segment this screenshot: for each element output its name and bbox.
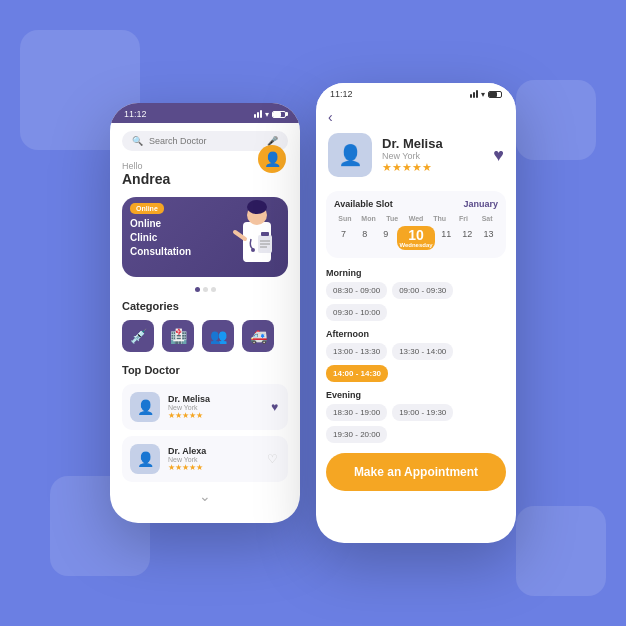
morning-slot-1[interactable]: 08:30 - 09:00	[326, 282, 387, 299]
alexa-stars: ★★★★★	[168, 463, 280, 472]
wifi-icon: ▾	[265, 110, 269, 119]
battery-fill	[273, 112, 281, 117]
cal-day-12[interactable]: 12	[458, 226, 477, 250]
search-icon: 🔍	[132, 136, 143, 146]
evening-slots: 18:30 - 19:00 19:00 - 19:30 19:30 - 20:0…	[326, 404, 506, 443]
evening-slot-3[interactable]: 19:30 - 20:00	[326, 426, 387, 443]
day-header-sun: Sun	[334, 215, 356, 222]
morning-category: Morning 08:30 - 09:00 09:00 - 09:30 09:3…	[326, 268, 506, 321]
right-battery-fill	[489, 92, 497, 97]
alexa-location: New York	[168, 456, 280, 463]
bg-decoration-4	[516, 506, 606, 596]
make-appointment-button[interactable]: Make an Appointment	[326, 453, 506, 491]
phones-container: 11:12 ▾ 🔍 🎤 Hello Andr	[110, 83, 516, 543]
category-item-2[interactable]: 🏥	[162, 320, 194, 352]
category-item-4[interactable]: 🚑	[242, 320, 274, 352]
banner-tag: Online	[130, 203, 164, 214]
time-section: Morning 08:30 - 09:00 09:00 - 09:30 09:3…	[316, 268, 516, 443]
day-header-fri: Fri	[453, 215, 475, 222]
svg-point-2	[247, 200, 267, 214]
morning-slot-3[interactable]: 09:30 - 10:00	[326, 304, 387, 321]
evening-slot-2[interactable]: 19:00 - 19:30	[392, 404, 453, 421]
cal-day-11[interactable]: 11	[437, 226, 456, 250]
left-phone: 11:12 ▾ 🔍 🎤 Hello Andr	[110, 103, 300, 523]
evening-slot-1[interactable]: 18:30 - 19:00	[326, 404, 387, 421]
evening-category: Evening 18:30 - 19:00 19:00 - 19:30 19:3…	[326, 390, 506, 443]
signal-bar-2	[257, 112, 259, 118]
right-signal-bar-1	[470, 94, 472, 98]
banner-title-line1: Online	[130, 217, 191, 231]
banner-dot-2	[203, 287, 208, 292]
doctor-card-melisa[interactable]: 👤 Dr. Melisa New York ★★★★★ ♥	[122, 384, 288, 430]
right-signal-icon	[470, 90, 478, 98]
melisa-info: Dr. Melisa New York ★★★★★	[168, 394, 280, 420]
available-slot-label: Available Slot	[334, 199, 393, 209]
left-status-icons: ▾	[254, 110, 286, 119]
banner-dots	[122, 287, 288, 292]
melisa-location: New York	[168, 404, 280, 411]
afternoon-slot-1[interactable]: 13:00 - 13:30	[326, 343, 387, 360]
syringe-icon: 💉	[122, 320, 154, 352]
hospital-icon: 🏥	[162, 320, 194, 352]
bg-decoration-3	[516, 80, 596, 160]
categories-title: Categories	[122, 300, 288, 312]
cal-day-13[interactable]: 13	[479, 226, 498, 250]
calendar-section: Available Slot January Sun Mon Tue Wed T…	[326, 191, 506, 258]
banner-dot-1	[195, 287, 200, 292]
signal-bar-1	[254, 114, 256, 118]
day-header-mon: Mon	[358, 215, 380, 222]
greeting-name: Andrea	[122, 171, 288, 187]
svg-rect-6	[261, 232, 269, 236]
melisa-name: Dr. Melisa	[168, 394, 280, 404]
right-signal-bar-2	[473, 92, 475, 98]
categories-list: 💉 🏥 👥 🚑	[122, 320, 288, 352]
ambulance-icon: 🚑	[242, 320, 274, 352]
group-icon: 👥	[202, 320, 234, 352]
signal-bar-3	[260, 110, 262, 118]
morning-slot-2[interactable]: 09:00 - 09:30	[392, 282, 453, 299]
doctor-card-alexa[interactable]: 👤 Dr. Alexa New York ★★★★★ ♡	[122, 436, 288, 482]
cal-day-9[interactable]: 9	[376, 226, 395, 250]
cal-day-7[interactable]: 7	[334, 226, 353, 250]
melisa-heart[interactable]: ♥	[271, 400, 278, 414]
category-item-1[interactable]: 💉	[122, 320, 154, 352]
day-header-thu: Thu	[429, 215, 451, 222]
category-item-3[interactable]: 👥	[202, 320, 234, 352]
banner-dot-3	[211, 287, 216, 292]
signal-icon	[254, 110, 262, 118]
cal-day-10-num: 10	[399, 228, 432, 242]
right-time: 11:12	[330, 89, 353, 99]
svg-point-4	[251, 248, 255, 252]
back-button[interactable]: ‹	[316, 103, 516, 127]
profile-stars: ★★★★★	[382, 161, 483, 174]
banner: Online Online Clinic Consultation	[122, 197, 288, 277]
right-status-bar: 11:12 ▾	[316, 83, 516, 103]
melisa-stars: ★★★★★	[168, 411, 280, 420]
user-avatar[interactable]	[258, 145, 286, 173]
search-input[interactable]	[149, 136, 261, 146]
doctor-illustration	[223, 197, 288, 277]
day-header-tue: Tue	[381, 215, 403, 222]
morning-slots: 08:30 - 09:00 09:00 - 09:30 09:30 - 10:0…	[326, 282, 506, 321]
morning-label: Morning	[326, 268, 506, 278]
alexa-heart[interactable]: ♡	[267, 452, 278, 466]
top-doctor-title: Top Doctor	[122, 364, 288, 376]
right-phone: 11:12 ▾ ‹ 👤 Dr. Melisa New York ★★★★★	[316, 83, 516, 543]
afternoon-slot-2[interactable]: 13:30 - 14:00	[392, 343, 453, 360]
cal-day-10-name: Wednesday	[399, 242, 432, 248]
scroll-down-indicator: ⌄	[122, 488, 288, 504]
afternoon-category: Afternoon 13:00 - 13:30 13:30 - 14:00 14…	[326, 329, 506, 382]
profile-location: New York	[382, 151, 483, 161]
alexa-avatar: 👤	[130, 444, 160, 474]
afternoon-slot-3[interactable]: 14:00 - 14:30	[326, 365, 388, 382]
cal-day-8[interactable]: 8	[355, 226, 374, 250]
cal-day-10[interactable]: 10 Wednesday	[397, 226, 434, 250]
left-phone-content: 🔍 🎤 Hello Andrea Online Online Clinic Co…	[110, 123, 300, 512]
favorite-heart[interactable]: ♥	[493, 145, 504, 166]
right-battery-icon	[488, 91, 502, 98]
profile-name: Dr. Melisa	[382, 136, 483, 151]
afternoon-slots: 13:00 - 13:30 13:30 - 14:00 14:00 - 14:3…	[326, 343, 506, 382]
alexa-name: Dr. Alexa	[168, 446, 280, 456]
doctor-profile: 👤 Dr. Melisa New York ★★★★★ ♥	[316, 127, 516, 183]
calendar-days-header: Sun Mon Tue Wed Thu Fri Sat	[334, 215, 498, 222]
